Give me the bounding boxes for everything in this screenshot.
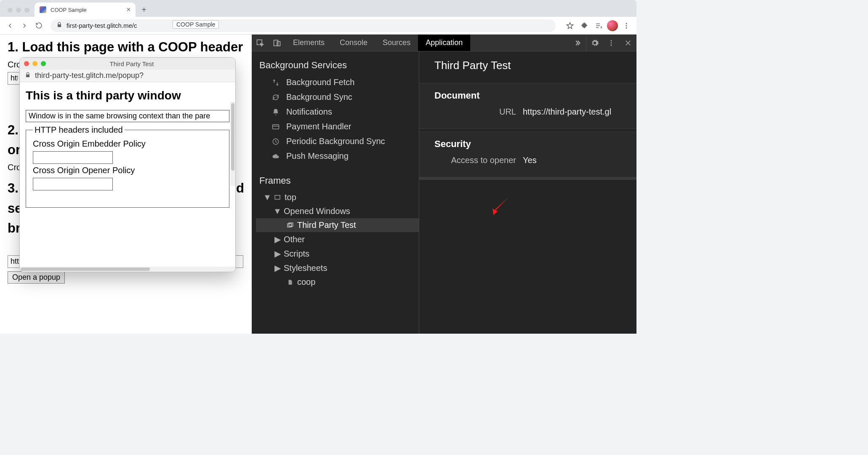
svg-point-0 — [626, 23, 627, 24]
tab-console[interactable]: Console — [332, 35, 375, 51]
popup-scrollbar-vertical[interactable] — [230, 102, 235, 186]
section-frames: Frames — [252, 173, 419, 190]
address-bar-text: first-party-test.glitch.me/c — [67, 22, 137, 29]
file-icon — [286, 279, 294, 286]
sidebar-item-periodic-sync[interactable]: Periodic Background Sync — [252, 134, 419, 149]
inspect-icon[interactable] — [252, 35, 269, 51]
window-icon — [286, 222, 294, 229]
extensions-icon[interactable] — [578, 20, 590, 32]
popup-close-dot[interactable] — [24, 61, 29, 66]
tree-label: Other — [284, 235, 305, 244]
sidebar-item-background-fetch[interactable]: Background Fetch — [252, 75, 419, 90]
new-tab-button[interactable]: + — [138, 4, 150, 16]
sidebar-item-label: Periodic Background Sync — [286, 136, 385, 146]
security-section: Security Access to opener Yes — [419, 131, 636, 177]
popup-body: This is a third party window Window is i… — [20, 82, 235, 267]
svg-point-8 — [611, 44, 612, 46]
address-bar[interactable]: first-party-test.glitch.me/c COOP Sample — [51, 19, 556, 32]
popup-heading: This is a third party window — [26, 89, 229, 102]
card-icon — [271, 123, 280, 131]
http-headers-fieldset: HTTP headers included Cross Origin Embed… — [26, 130, 229, 208]
coop-input[interactable] — [33, 178, 113, 190]
reload-button[interactable] — [33, 20, 45, 32]
svg-rect-11 — [275, 195, 280, 199]
toolbar-right — [564, 20, 632, 32]
macos-max-dot[interactable] — [24, 8, 29, 13]
tree-item-scripts[interactable]: ▶ Scripts — [256, 246, 419, 261]
devtools-close-icon[interactable] — [620, 35, 636, 51]
coep-label: Cross Origin Embedder Policy — [33, 139, 222, 149]
tree-item-top[interactable]: ▼ top — [256, 190, 419, 204]
sidebar-item-push-messaging[interactable]: Push Messaging — [252, 149, 419, 163]
fieldset-legend: HTTP headers included — [33, 125, 125, 135]
popup-scrollbar-horizontal[interactable] — [20, 267, 235, 272]
svg-rect-4 — [274, 40, 278, 46]
popup-address-bar[interactable]: third-party-test.glitch.me/popup? — [20, 70, 235, 82]
chrome-menu-icon[interactable] — [620, 20, 632, 32]
coep-input[interactable] — [33, 151, 113, 164]
gear-icon[interactable] — [586, 35, 603, 51]
tree-label: top — [285, 193, 296, 202]
sidebar-item-label: Notifications — [286, 107, 332, 117]
content-area: 1. Load this page with a COOP header Cro… — [0, 35, 636, 334]
star-icon[interactable] — [564, 20, 576, 32]
tab-application[interactable]: Application — [418, 35, 470, 51]
section-background-services: Background Services — [252, 57, 419, 75]
popup-min-dot[interactable] — [32, 61, 37, 66]
tree-label: Scripts — [284, 249, 309, 259]
page-viewport: 1. Load this page with a COOP header Cro… — [0, 35, 252, 334]
frames-tree: ▼ top ▼ Opened Windows Third Party Test — [252, 190, 419, 289]
sidebar-item-payment-handler[interactable]: Payment Handler — [252, 119, 419, 134]
tree-label: coop — [297, 277, 315, 287]
sidebar-item-notifications[interactable]: Notifications — [252, 104, 419, 119]
sidebar-item-background-sync[interactable]: Background Sync — [252, 90, 419, 104]
tab-sources[interactable]: Sources — [375, 35, 418, 51]
popup-url-text: third-party-test.glitch.me/popup? — [35, 71, 144, 80]
popup-window-title: Third Party Test — [49, 60, 231, 67]
tab-strip: COOP Sample × + — [0, 0, 636, 17]
tab-title: COOP Sample — [51, 7, 87, 13]
back-button[interactable] — [4, 20, 16, 32]
devtools-menu-icon[interactable] — [603, 35, 620, 51]
svg-point-1 — [626, 25, 627, 26]
open-popup-button[interactable]: Open a popup — [8, 271, 65, 284]
chevron-down-icon: ▼ — [264, 193, 270, 202]
popup-status-text: Window is in the same browsing context t… — [26, 110, 229, 122]
tree-item-stylesheets[interactable]: ▶ Stylesheets — [256, 261, 419, 275]
tree-item-opened-windows[interactable]: ▼ Opened Windows — [256, 204, 419, 218]
browser-tab[interactable]: COOP Sample × — [35, 3, 136, 17]
tab-elements[interactable]: Elements — [285, 35, 332, 51]
http-input-fragment[interactable] — [8, 72, 20, 85]
tree-item-other[interactable]: ▶ Other — [256, 232, 419, 246]
forward-button[interactable] — [19, 20, 30, 32]
more-tabs-icon[interactable] — [569, 35, 586, 51]
macos-close-dot[interactable] — [8, 8, 13, 13]
swap-icon — [271, 79, 280, 86]
devtools-tabstrip: Elements Console Sources Application — [252, 35, 636, 51]
bell-icon — [271, 108, 280, 116]
popup-max-dot[interactable] — [41, 61, 46, 66]
kv-value: Yes — [523, 155, 537, 165]
browser-window: COOP Sample × + first-party-test.glitch.… — [0, 0, 636, 334]
tab-close-icon[interactable]: × — [127, 6, 130, 13]
heading-step-1: 1. Load this page with a COOP header — [8, 40, 244, 55]
chevron-right-icon: ▶ — [274, 234, 280, 244]
tree-item-coop[interactable]: coop — [256, 275, 419, 289]
heading-step-3: 3. — [8, 181, 19, 195]
sidebar-item-label: Payment Handler — [286, 122, 351, 131]
profile-avatar[interactable] — [607, 20, 618, 31]
tree-label: Opened Windows — [284, 206, 350, 216]
svg-point-6 — [611, 40, 612, 41]
tree-item-third-party-test[interactable]: Third Party Test — [256, 218, 419, 232]
device-toggle-icon[interactable] — [269, 35, 285, 51]
macos-min-dot[interactable] — [16, 8, 21, 13]
media-icon[interactable] — [593, 20, 604, 32]
window-controls — [4, 8, 35, 17]
section-heading-document: Document — [419, 90, 636, 107]
kv-value: https://third-party-test.gl — [523, 107, 611, 117]
lock-icon — [56, 22, 62, 29]
chevron-down-icon: ▼ — [274, 206, 280, 216]
popup-titlebar: Third Party Test — [20, 58, 235, 70]
frame-detail-title: Third Party Test — [419, 59, 636, 83]
svg-rect-12 — [288, 224, 291, 227]
